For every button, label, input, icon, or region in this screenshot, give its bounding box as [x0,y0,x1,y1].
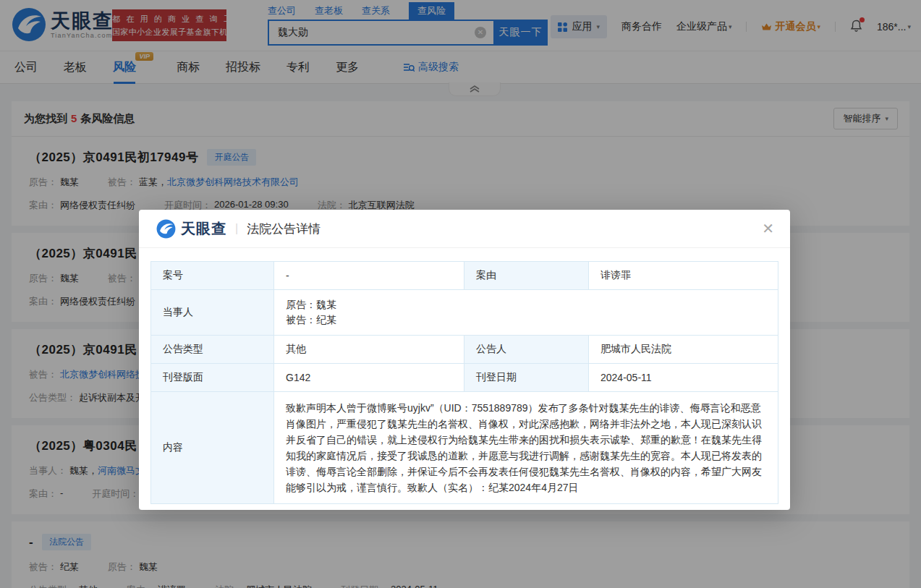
field-value-content: 致歉声明本人曾于微博账号uyjkv”（UID：7551889789）发布了多条针… [274,392,778,504]
field-label-parties: 当事人 [151,290,274,336]
table-row: 当事人 原告：魏某 被告：纪某 [151,290,778,336]
table-row: 公告类型 其他 公告人 肥城市人民法院 [151,336,778,364]
field-label-content: 内容 [151,392,274,504]
field-value-publish-date: 2024-05-11 [589,364,778,392]
divider: | [235,222,238,235]
field-value-announcer: 肥城市人民法院 [589,336,778,364]
field-value-announcement-type: 其他 [274,336,464,364]
modal-brand: 天眼查 [181,219,226,239]
table-row: 案号 - 案由 诽谤罪 [151,262,778,290]
modal-body: 案号 - 案由 诽谤罪 当事人 原告：魏某 被告：纪某 公告类型 其他 公告人 … [139,248,790,516]
field-label-publish-date: 刊登日期 [464,364,589,392]
field-label-announcer: 公告人 [464,336,589,364]
field-value-page-layout: G142 [274,364,464,392]
table-row: 内容 致歉声明本人曾于微博账号uyjkv”（UID：7551889789）发布了… [151,392,778,504]
field-label-announcement-type: 公告类型 [151,336,274,364]
field-value-parties: 原告：魏某 被告：纪某 [274,290,778,336]
tianyancha-logo-icon [156,219,176,239]
field-label-case-number: 案号 [151,262,274,290]
table-row: 刊登版面 G142 刊登日期 2024-05-11 [151,364,778,392]
field-value-case-number: - [274,262,464,290]
announcement-detail-table: 案号 - 案由 诽谤罪 当事人 原告：魏某 被告：纪某 公告类型 其他 公告人 … [150,261,778,504]
field-label-cause: 案由 [464,262,589,290]
court-announcement-modal: 天眼查 | 法院公告详情 ✕ 案号 - 案由 诽谤罪 当事人 原告：魏某 被告：… [139,210,790,510]
modal-header: 天眼查 | 法院公告详情 ✕ [139,210,790,248]
modal-title: 法院公告详情 [247,221,321,237]
field-value-cause: 诽谤罪 [589,262,778,290]
close-icon[interactable]: ✕ [762,220,774,237]
field-label-page-layout: 刊登版面 [151,364,274,392]
